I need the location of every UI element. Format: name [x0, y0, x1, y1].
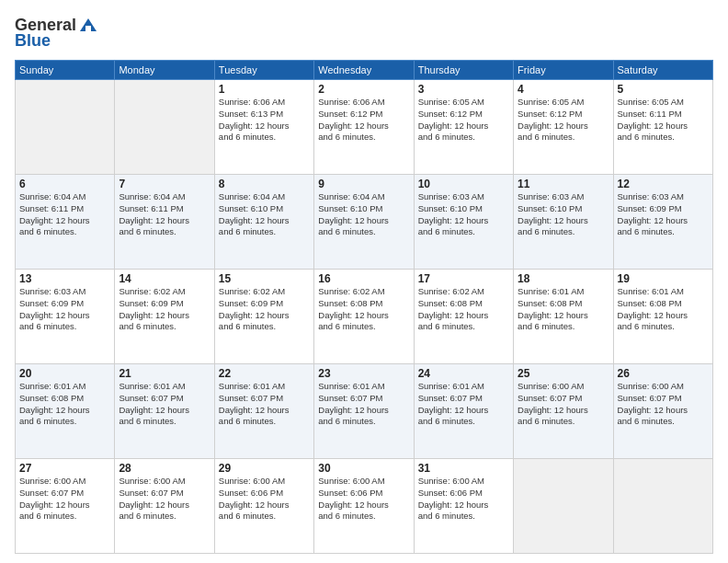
day-info: Sunrise: 6:05 AM Sunset: 6:12 PM Dayligh…: [418, 97, 509, 144]
calendar-cell: 6Sunrise: 6:04 AM Sunset: 6:11 PM Daylig…: [16, 175, 115, 270]
day-number: 16: [318, 272, 409, 285]
calendar-cell: 26Sunrise: 6:00 AM Sunset: 6:07 PM Dayli…: [613, 364, 712, 459]
calendar-cell: [115, 80, 214, 175]
calendar-cell: 23Sunrise: 6:01 AM Sunset: 6:07 PM Dayli…: [314, 364, 414, 459]
day-info: Sunrise: 6:03 AM Sunset: 6:10 PM Dayligh…: [418, 191, 509, 238]
calendar-cell: 18Sunrise: 6:01 AM Sunset: 6:08 PM Dayli…: [514, 270, 613, 364]
day-info: Sunrise: 6:00 AM Sunset: 6:07 PM Dayligh…: [518, 381, 609, 428]
calendar-cell: 15Sunrise: 6:02 AM Sunset: 6:09 PM Dayli…: [214, 270, 313, 364]
calendar-cell: [514, 459, 613, 554]
calendar-header-wednesday: Wednesday: [314, 61, 414, 80]
day-number: 5: [618, 83, 709, 96]
calendar-week-row: 1Sunrise: 6:06 AM Sunset: 6:13 PM Daylig…: [16, 80, 713, 175]
day-number: 21: [119, 367, 210, 380]
day-info: Sunrise: 6:01 AM Sunset: 6:08 PM Dayligh…: [518, 286, 609, 333]
calendar-cell: 19Sunrise: 6:01 AM Sunset: 6:08 PM Dayli…: [613, 270, 712, 364]
day-number: 6: [19, 178, 110, 190]
calendar-week-row: 6Sunrise: 6:04 AM Sunset: 6:11 PM Daylig…: [16, 175, 713, 270]
calendar-cell: 11Sunrise: 6:03 AM Sunset: 6:10 PM Dayli…: [514, 175, 613, 270]
day-number: 23: [318, 367, 409, 380]
day-number: 31: [418, 462, 509, 475]
logo-icon: [78, 15, 98, 35]
day-info: Sunrise: 6:02 AM Sunset: 6:09 PM Dayligh…: [119, 286, 210, 333]
day-number: 20: [19, 367, 110, 380]
page: General Blue SundayMondayTuesdayWednesda…: [0, 0, 728, 563]
calendar-cell: 22Sunrise: 6:01 AM Sunset: 6:07 PM Dayli…: [214, 364, 313, 459]
day-info: Sunrise: 6:02 AM Sunset: 6:08 PM Dayligh…: [418, 286, 509, 333]
calendar-cell: 28Sunrise: 6:00 AM Sunset: 6:07 PM Dayli…: [115, 459, 214, 554]
day-number: 22: [219, 367, 310, 380]
calendar-cell: [613, 459, 712, 554]
calendar-cell: 30Sunrise: 6:00 AM Sunset: 6:06 PM Dayli…: [314, 459, 414, 554]
day-info: Sunrise: 6:00 AM Sunset: 6:06 PM Dayligh…: [418, 476, 509, 523]
calendar-cell: 1Sunrise: 6:06 AM Sunset: 6:13 PM Daylig…: [214, 80, 313, 175]
day-number: 15: [219, 272, 310, 285]
calendar-cell: 25Sunrise: 6:00 AM Sunset: 6:07 PM Dayli…: [514, 364, 613, 459]
day-number: 1: [219, 83, 310, 96]
day-number: 26: [618, 367, 709, 380]
day-info: Sunrise: 6:00 AM Sunset: 6:07 PM Dayligh…: [618, 381, 709, 428]
day-info: Sunrise: 6:01 AM Sunset: 6:07 PM Dayligh…: [418, 381, 509, 428]
calendar-week-row: 13Sunrise: 6:03 AM Sunset: 6:09 PM Dayli…: [16, 270, 713, 364]
day-number: 18: [518, 272, 609, 285]
day-info: Sunrise: 6:03 AM Sunset: 6:09 PM Dayligh…: [19, 286, 110, 333]
calendar-cell: 17Sunrise: 6:02 AM Sunset: 6:08 PM Dayli…: [414, 270, 513, 364]
day-number: 29: [219, 462, 310, 475]
day-info: Sunrise: 6:02 AM Sunset: 6:08 PM Dayligh…: [318, 286, 409, 333]
day-info: Sunrise: 6:03 AM Sunset: 6:10 PM Dayligh…: [518, 191, 609, 238]
day-number: 12: [618, 178, 709, 190]
day-number: 10: [418, 178, 509, 190]
calendar-cell: 4Sunrise: 6:05 AM Sunset: 6:12 PM Daylig…: [514, 80, 613, 175]
svg-marker-1: [85, 26, 91, 31]
day-info: Sunrise: 6:04 AM Sunset: 6:11 PM Dayligh…: [19, 191, 110, 238]
calendar-cell: 16Sunrise: 6:02 AM Sunset: 6:08 PM Dayli…: [314, 270, 414, 364]
day-info: Sunrise: 6:00 AM Sunset: 6:06 PM Dayligh…: [219, 476, 310, 523]
day-info: Sunrise: 6:00 AM Sunset: 6:06 PM Dayligh…: [318, 476, 409, 523]
day-info: Sunrise: 6:04 AM Sunset: 6:11 PM Dayligh…: [119, 191, 210, 238]
calendar-cell: 21Sunrise: 6:01 AM Sunset: 6:07 PM Dayli…: [115, 364, 214, 459]
calendar-cell: 10Sunrise: 6:03 AM Sunset: 6:10 PM Dayli…: [414, 175, 513, 270]
calendar-table: SundayMondayTuesdayWednesdayThursdayFrid…: [15, 60, 713, 554]
day-number: 9: [318, 178, 409, 190]
day-info: Sunrise: 6:01 AM Sunset: 6:07 PM Dayligh…: [219, 381, 310, 428]
day-number: 24: [418, 367, 509, 380]
calendar-header-tuesday: Tuesday: [214, 61, 313, 80]
calendar-header-sunday: Sunday: [16, 61, 115, 80]
calendar-cell: 8Sunrise: 6:04 AM Sunset: 6:10 PM Daylig…: [214, 175, 313, 270]
day-number: 27: [19, 462, 110, 475]
day-info: Sunrise: 6:01 AM Sunset: 6:07 PM Dayligh…: [119, 381, 210, 428]
day-info: Sunrise: 6:05 AM Sunset: 6:12 PM Dayligh…: [518, 97, 609, 144]
day-info: Sunrise: 6:00 AM Sunset: 6:07 PM Dayligh…: [19, 476, 110, 523]
calendar-cell: 2Sunrise: 6:06 AM Sunset: 6:12 PM Daylig…: [314, 80, 414, 175]
day-info: Sunrise: 6:05 AM Sunset: 6:11 PM Dayligh…: [618, 97, 709, 144]
calendar-cell: 9Sunrise: 6:04 AM Sunset: 6:10 PM Daylig…: [314, 175, 414, 270]
calendar-header-friday: Friday: [514, 61, 613, 80]
calendar-cell: 14Sunrise: 6:02 AM Sunset: 6:09 PM Dayli…: [115, 270, 214, 364]
calendar-cell: 3Sunrise: 6:05 AM Sunset: 6:12 PM Daylig…: [414, 80, 513, 175]
day-number: 30: [318, 462, 409, 475]
calendar-cell: 31Sunrise: 6:00 AM Sunset: 6:06 PM Dayli…: [414, 459, 513, 554]
calendar-cell: 7Sunrise: 6:04 AM Sunset: 6:11 PM Daylig…: [115, 175, 214, 270]
day-number: 4: [518, 83, 609, 96]
day-info: Sunrise: 6:00 AM Sunset: 6:07 PM Dayligh…: [119, 476, 210, 523]
day-number: 2: [318, 83, 409, 96]
calendar-header-saturday: Saturday: [613, 61, 712, 80]
calendar-cell: 20Sunrise: 6:01 AM Sunset: 6:08 PM Dayli…: [16, 364, 115, 459]
logo: General Blue: [15, 15, 98, 51]
calendar-header-thursday: Thursday: [414, 61, 513, 80]
calendar-cell: 24Sunrise: 6:01 AM Sunset: 6:07 PM Dayli…: [414, 364, 513, 459]
day-info: Sunrise: 6:06 AM Sunset: 6:13 PM Dayligh…: [219, 97, 310, 144]
day-info: Sunrise: 6:03 AM Sunset: 6:09 PM Dayligh…: [618, 191, 709, 238]
day-number: 11: [518, 178, 609, 190]
calendar-cell: [16, 80, 115, 175]
day-number: 8: [219, 178, 310, 190]
calendar-week-row: 27Sunrise: 6:00 AM Sunset: 6:07 PM Dayli…: [16, 459, 713, 554]
calendar-header-row: SundayMondayTuesdayWednesdayThursdayFrid…: [16, 61, 713, 80]
day-number: 3: [418, 83, 509, 96]
day-info: Sunrise: 6:02 AM Sunset: 6:09 PM Dayligh…: [219, 286, 310, 333]
day-number: 19: [618, 272, 709, 285]
day-number: 14: [119, 272, 210, 285]
day-info: Sunrise: 6:06 AM Sunset: 6:12 PM Dayligh…: [318, 97, 409, 144]
day-info: Sunrise: 6:04 AM Sunset: 6:10 PM Dayligh…: [318, 191, 409, 238]
day-info: Sunrise: 6:01 AM Sunset: 6:08 PM Dayligh…: [19, 381, 110, 428]
